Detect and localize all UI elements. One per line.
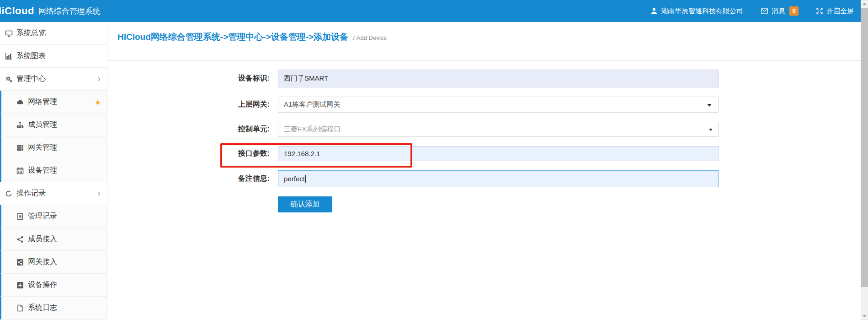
app-logo: HiCloud 网络综合管理系统 (0, 0, 101, 22)
sidebar-item-system-overview[interactable]: 系统总览 (0, 22, 107, 45)
sidebar-item-label: 管理中心 (16, 74, 46, 84)
bar-chart-icon (4, 53, 14, 60)
scroll-down-arrow[interactable] (861, 312, 868, 320)
sidebar-item-label: 系统图表 (16, 51, 46, 61)
top-bar: HiCloud 网络综合管理系统 湖南华辰智通科技有限公司 消息 0 (0, 0, 861, 22)
cloud-icon (15, 98, 25, 106)
form-row-remark: 备注信息: perfect (108, 170, 861, 187)
top-bar-right: 湖南华辰智通科技有限公司 消息 0 开启全屏 (650, 0, 854, 22)
interface-params-label: 接口参数: (108, 149, 278, 158)
upper-gateway-select[interactable]: A1栋客户测试网关 (278, 97, 719, 113)
sidebar-item-network-management[interactable]: 网络管理 ★ (0, 91, 107, 114)
form-row-upper-gateway: 上层网关: A1栋客户测试网关 (108, 97, 861, 113)
share-icon (15, 236, 25, 243)
sidebar-item-label: 管理记录 (28, 212, 57, 221)
logo-text: HiCloud (0, 5, 34, 17)
triangle-down-icon (863, 315, 866, 317)
control-unit-label: 控制单元: (108, 125, 278, 134)
sidebar-item-label: 系统日志 (28, 303, 57, 313)
file-text-icon (15, 213, 25, 220)
main-content: HiCloud网络综合管理系统->管理中心->设备管理->添加设备 / Add … (108, 22, 861, 320)
form-row-device-id: 设备标识: 西门子SMART (108, 70, 861, 87)
control-unit-select[interactable]: 三菱FX系列编程口 (278, 122, 719, 137)
caret-down-icon (709, 129, 713, 131)
sitemap-icon (15, 121, 25, 129)
user-icon (650, 7, 658, 15)
fullscreen-label: 开启全屏 (826, 7, 854, 16)
device-id-value: 西门子SMART (284, 74, 328, 83)
sidebar-item-label: 网关管理 (28, 143, 57, 152)
messages-label: 消息 (772, 7, 785, 16)
star-icon[interactable]: ★ (95, 98, 101, 106)
form-row-interface-params: 接口参数: 192.168.2.1 (108, 146, 861, 161)
gears-icon (4, 76, 14, 83)
text-cursor (305, 175, 306, 183)
sidebar-item-label: 系统总览 (16, 28, 46, 38)
device-id-label: 设备标识: (108, 74, 278, 83)
sidebar-item-label: 成员管理 (28, 120, 57, 130)
sidebar-item-member-management[interactable]: 成员管理 (0, 114, 107, 136)
messages-menu[interactable]: 消息 0 (761, 6, 799, 16)
breadcrumb-suffix: / Add Device (353, 34, 387, 41)
vertical-scrollbar[interactable] (861, 0, 868, 320)
sidebar-item-gateway-management[interactable]: 网关管理 (0, 136, 107, 159)
upper-gateway-label: 上层网关: (108, 100, 278, 109)
company-name: 湖南华辰智通科技有限公司 (661, 7, 743, 16)
chevron-right-icon: › (97, 73, 101, 83)
sidebar-item-label: 操作记录 (16, 189, 46, 198)
add-device-form: 设备标识: 西门子SMART 上层网关: A1栋客户测试网关 控制单元: 三菱F… (108, 70, 861, 212)
sidebar-item-label: 设备操作 (28, 280, 57, 290)
remark-label: 备注信息: (108, 174, 278, 184)
device-id-input[interactable]: 西门子SMART (278, 70, 719, 87)
account-menu[interactable]: 湖南华辰智通科技有限公司 (650, 7, 743, 16)
sidebar-item-label: 网络管理 (28, 97, 57, 107)
scroll-up-arrow[interactable] (861, 0, 868, 8)
chevron-right-icon: › (97, 187, 101, 198)
logo-subtitle: 网络综合管理系统 (38, 6, 101, 16)
sidebar-item-label: 成员接入 (28, 234, 57, 244)
sidebar-item-management-records[interactable]: 管理记录 (0, 205, 107, 228)
calendar-icon (15, 167, 25, 174)
sidebar-item-label: 设备管理 (28, 166, 57, 175)
file-icon (15, 304, 25, 312)
sidebar-item-gateway-access[interactable]: 网关接入 (0, 251, 107, 274)
caret-down-icon (707, 104, 712, 107)
confirm-add-button[interactable]: 确认添加 (278, 196, 332, 212)
breadcrumb-path: HiCloud网络综合管理系统->管理中心->设备管理->添加设备 (117, 32, 348, 42)
sidebar-item-device-operations[interactable]: 设备操作 (0, 274, 107, 297)
sidebar-item-system-log[interactable]: 系统日志 (0, 297, 107, 320)
sidebar-item-system-charts[interactable]: 系统图表 (0, 45, 107, 68)
sidebar-item-label: 网关接入 (28, 257, 57, 267)
sidebar-item-operation-records[interactable]: 操作记录 › (0, 182, 107, 205)
upper-gateway-value: A1栋客户测试网关 (284, 100, 340, 109)
share-square-icon (15, 259, 25, 266)
grid-icon (15, 144, 25, 152)
messages-count-badge: 0 (789, 6, 799, 16)
remark-input[interactable]: perfect (278, 170, 719, 187)
remark-value: perfect (284, 175, 305, 183)
plus-square-icon (15, 282, 25, 289)
interface-params-input[interactable]: 192.168.2.1 (278, 146, 719, 161)
monitor-icon (4, 30, 14, 37)
control-unit-value: 三菱FX系列编程口 (284, 125, 341, 134)
fullscreen-icon (816, 7, 823, 15)
sidebar-item-device-management[interactable]: 设备管理 (0, 159, 107, 182)
sidebar-item-member-access[interactable]: 成员接入 (0, 228, 107, 251)
history-icon (4, 190, 14, 197)
scrollbar-thumb[interactable] (861, 8, 868, 287)
sidebar-nav: 系统总览 系统图表 管理中心 › 网络管理 ★ 成员管理 (0, 22, 107, 320)
sidebar-item-management-center[interactable]: 管理中心 › (0, 68, 107, 91)
triangle-up-icon (863, 3, 866, 5)
breadcrumb: HiCloud网络综合管理系统->管理中心->设备管理->添加设备 / Add … (108, 22, 861, 61)
fullscreen-toggle[interactable]: 开启全屏 (816, 7, 854, 16)
envelope-icon (761, 7, 768, 15)
form-row-control-unit: 控制单元: 三菱FX系列编程口 (108, 122, 861, 137)
interface-params-value: 192.168.2.1 (284, 150, 320, 157)
page: HiCloud 网络综合管理系统 湖南华辰智通科技有限公司 消息 0 (0, 0, 868, 320)
